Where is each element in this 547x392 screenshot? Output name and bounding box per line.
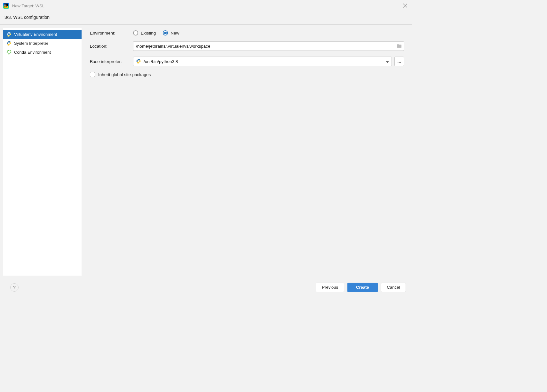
base-interpreter-row: Base interpreter: /usr/bin/python3.8 ... xyxy=(90,57,404,66)
app-icon: DS EAP xyxy=(3,3,9,9)
titlebar: DS EAP New Target: WSL xyxy=(0,0,412,12)
footer: ? Previous Create Cancel xyxy=(0,279,412,295)
environment-radios: Existing New xyxy=(133,30,179,35)
base-interpreter-label: Base interpreter: xyxy=(90,59,133,64)
browse-interpreter-button[interactable]: ... xyxy=(394,57,404,66)
location-row: Location: xyxy=(90,41,404,51)
sidebar-item-virtualenv[interactable]: Virtualenv Environment xyxy=(3,30,82,39)
python-icon xyxy=(6,32,12,37)
help-icon: ? xyxy=(13,285,16,290)
inherit-packages-checkbox[interactable]: Inherit global site-packages xyxy=(90,72,404,77)
radio-new[interactable]: New xyxy=(163,30,179,35)
sidebar-item-conda[interactable]: Conda Environment xyxy=(3,48,82,57)
conda-icon xyxy=(6,50,12,55)
base-interpreter-select[interactable]: /usr/bin/python3.8 xyxy=(133,57,392,66)
chevron-down-icon xyxy=(386,59,389,64)
close-icon[interactable] xyxy=(401,2,409,10)
ellipsis-icon: ... xyxy=(398,59,401,64)
location-input[interactable] xyxy=(136,42,395,51)
sidebar-item-label: Virtualenv Environment xyxy=(14,32,57,37)
sidebar-item-label: System Interpreter xyxy=(14,41,48,46)
svg-text:EAP: EAP xyxy=(4,6,7,8)
radio-icon xyxy=(163,30,168,35)
help-button[interactable]: ? xyxy=(10,283,19,292)
environment-label: Environment: xyxy=(90,31,133,35)
location-input-wrap[interactable] xyxy=(133,41,404,51)
create-button[interactable]: Create xyxy=(347,283,377,292)
sidebar-item-label: Conda Environment xyxy=(14,50,51,55)
radio-existing-label: Existing xyxy=(141,31,156,35)
location-label: Location: xyxy=(90,44,133,49)
radio-existing[interactable]: Existing xyxy=(133,30,156,35)
previous-button[interactable]: Previous xyxy=(316,283,344,292)
sidebar-item-system-interpreter[interactable]: System Interpreter xyxy=(3,39,82,48)
radio-icon xyxy=(133,30,138,35)
inherit-packages-label: Inherit global site-packages xyxy=(98,72,151,77)
checkbox-icon xyxy=(90,72,95,77)
folder-icon[interactable] xyxy=(395,43,402,49)
step-label: 3/3. WSL configuration xyxy=(0,12,412,25)
environment-row: Environment: Existing New xyxy=(90,30,404,35)
radio-new-label: New xyxy=(170,31,179,35)
svg-point-6 xyxy=(7,50,11,54)
python-icon xyxy=(136,59,141,65)
window-title: New Target: WSL xyxy=(12,4,401,8)
python-icon xyxy=(6,41,12,46)
base-interpreter-value: /usr/bin/python3.8 xyxy=(144,59,383,64)
content: Virtualenv Environment System Interprete… xyxy=(0,25,412,279)
main-panel: Environment: Existing New Location: xyxy=(82,25,412,279)
sidebar: Virtualenv Environment System Interprete… xyxy=(3,28,82,276)
cancel-button[interactable]: Cancel xyxy=(381,283,406,292)
